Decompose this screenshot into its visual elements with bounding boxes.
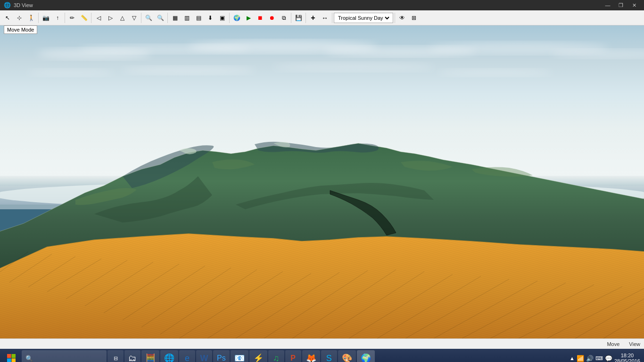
title-bar: 🌐 3D View — ❐ ✕ xyxy=(0,0,644,10)
svg-marker-15 xyxy=(0,234,644,338)
sep8 xyxy=(305,13,306,23)
status-bar: Move View xyxy=(0,338,644,349)
terrain-svg xyxy=(0,25,644,338)
move-pt-btn[interactable]: ↔ xyxy=(319,12,330,24)
sep9 xyxy=(332,13,332,23)
walk-tool-btn[interactable]: 🚶 xyxy=(25,12,37,24)
play-btn[interactable]: ▶ xyxy=(243,12,254,24)
svg-rect-46 xyxy=(12,359,16,362)
clock-date: 28/05/2016 xyxy=(614,358,640,362)
search-icon: 🔍 xyxy=(25,355,33,362)
sep10 xyxy=(395,13,395,23)
volume-icon[interactable]: 🔊 xyxy=(586,355,594,362)
globe-btn[interactable]: 🌍 xyxy=(231,12,242,24)
north-btn[interactable]: ↑ xyxy=(52,12,63,24)
status-move: Move xyxy=(607,341,619,347)
task-view-icon: ⊟ xyxy=(114,355,118,362)
notification-icon[interactable]: 💬 xyxy=(605,355,612,362)
draw-btn[interactable]: ✏ xyxy=(66,12,78,24)
back-btn[interactable]: ◁ xyxy=(93,12,104,24)
word-btn[interactable]: W xyxy=(196,350,212,362)
svg-rect-44 xyxy=(12,354,16,358)
layer1-btn[interactable]: ▦ xyxy=(169,12,181,24)
sep7 xyxy=(291,13,291,23)
sky-preset-dropdown[interactable]: Tropical Sunny Day Overcast Sunset Night… xyxy=(334,13,393,23)
record-btn[interactable]: ⏺ xyxy=(266,12,278,24)
snapshot-btn[interactable]: 📷 xyxy=(40,12,51,24)
forward-btn[interactable]: ▷ xyxy=(105,12,116,24)
keyboard-icon[interactable]: ⌨ xyxy=(595,355,603,362)
svg-rect-43 xyxy=(7,354,11,358)
ppt-btn[interactable]: P xyxy=(285,350,301,362)
select-tool-btn[interactable]: ↖ xyxy=(2,12,13,24)
clock-time: 18:20 xyxy=(614,353,640,358)
skype-btn[interactable]: S xyxy=(321,350,337,362)
sep6 xyxy=(229,13,230,23)
chrome-btn[interactable]: 🌐 xyxy=(160,350,178,362)
task-view-btn[interactable]: ⊟ xyxy=(107,350,124,362)
clock-display[interactable]: 18:20 28/05/2016 xyxy=(614,353,640,362)
maximize-button[interactable]: ❐ xyxy=(615,1,627,9)
window-title: 3D View xyxy=(14,2,33,8)
ie-btn[interactable]: e xyxy=(179,350,195,362)
grid-btn[interactable]: ⊞ xyxy=(408,12,420,24)
measure-btn[interactable]: 📏 xyxy=(78,12,90,24)
down-btn[interactable]: ▽ xyxy=(128,12,140,24)
ps-btn[interactable]: Ps xyxy=(213,350,230,362)
close-button[interactable]: ✕ xyxy=(628,1,640,9)
path-btn[interactable]: ⧉ xyxy=(278,12,289,24)
sep4 xyxy=(141,13,141,23)
layer3-btn[interactable]: ▤ xyxy=(193,12,204,24)
up-btn[interactable]: △ xyxy=(116,12,128,24)
app2-btn[interactable]: 🎨 xyxy=(338,350,356,362)
add-pt-btn[interactable]: + xyxy=(307,12,319,24)
sep5 xyxy=(167,13,168,23)
sep1 xyxy=(38,13,39,23)
globe-taskbar-btn[interactable]: 🌍 xyxy=(357,350,375,362)
sky-preset-select[interactable]: Tropical Sunny Day Overcast Sunset Night… xyxy=(336,15,391,21)
spotify-btn[interactable]: ♫ xyxy=(268,350,284,362)
tray-show-icon[interactable]: ▲ xyxy=(570,355,575,361)
sep2 xyxy=(65,13,65,23)
calculator-btn[interactable]: 🧮 xyxy=(141,350,159,362)
sep3 xyxy=(91,13,91,23)
layer2-btn[interactable]: ▥ xyxy=(181,12,192,24)
app-icon: 🌐 xyxy=(4,2,11,8)
outlook-btn[interactable]: 📧 xyxy=(231,350,248,362)
frame-btn[interactable]: ▣ xyxy=(216,12,228,24)
viewport-3d[interactable] xyxy=(0,25,644,338)
svg-rect-45 xyxy=(7,359,11,362)
minimize-button[interactable]: — xyxy=(602,1,614,9)
toolbar: ↖ ⊹ 🚶 📷 ↑ ✏ 📏 ◁ ▷ △ ▽ 🔍 🔍 ▦ ▥ ▤ ⬇ ▣ 🌍 ▶ … xyxy=(0,10,644,25)
taskbar: 🔍 ⊟ 🗂 🧮 🌐 e W Ps 📧 ⚡ ♫ P 🦊 S 🎨 🌍 ▲ 📶 🔊 ⌨… xyxy=(0,349,644,362)
app1-btn[interactable]: ⚡ xyxy=(249,350,267,362)
zoom-out-btn[interactable]: 🔍 xyxy=(155,12,166,24)
stop-btn[interactable]: ⏹ xyxy=(255,12,266,24)
status-view: View xyxy=(629,341,640,347)
cursor-tool-btn[interactable]: ⊹ xyxy=(14,12,25,24)
firefox-btn[interactable]: 🦊 xyxy=(302,350,320,362)
zoom-in-btn[interactable]: 🔍 xyxy=(143,12,154,24)
export-btn[interactable]: ⬇ xyxy=(205,12,216,24)
network-icon[interactable]: 📶 xyxy=(577,355,584,362)
search-taskbar-btn[interactable]: 🔍 xyxy=(22,350,107,362)
mode-label: Move Mode xyxy=(4,25,37,34)
system-tray: ▲ 📶 🔊 ⌨ 💬 18:20 28/05/2016 xyxy=(570,353,642,362)
eye-btn[interactable]: 👁 xyxy=(396,12,408,24)
save-btn[interactable]: 💾 xyxy=(293,12,304,24)
explorer-btn[interactable]: 🗂 xyxy=(124,350,140,362)
start-button[interactable] xyxy=(2,350,21,362)
